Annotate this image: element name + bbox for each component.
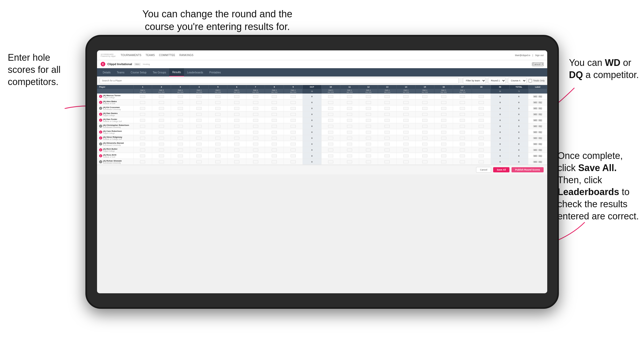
score-cell[interactable] bbox=[209, 141, 227, 147]
score-cell[interactable] bbox=[359, 111, 378, 117]
score-cell[interactable] bbox=[359, 123, 378, 129]
score-cell[interactable] bbox=[190, 159, 209, 165]
score-cell[interactable] bbox=[227, 129, 246, 135]
score-cell[interactable] bbox=[246, 123, 265, 129]
score-cell[interactable] bbox=[246, 135, 265, 141]
score-cell[interactable] bbox=[453, 123, 472, 129]
score-cell[interactable] bbox=[434, 99, 453, 105]
score-cell[interactable] bbox=[416, 105, 434, 111]
score-cell[interactable] bbox=[472, 117, 491, 123]
score-cell[interactable] bbox=[152, 99, 171, 105]
score-cell[interactable] bbox=[340, 147, 359, 153]
score-cell[interactable] bbox=[416, 94, 434, 99]
save-all-button[interactable]: Save All bbox=[493, 167, 509, 172]
score-cell[interactable] bbox=[265, 111, 284, 117]
score-cell[interactable] bbox=[133, 135, 152, 141]
score-cell[interactable] bbox=[378, 147, 397, 153]
score-cell[interactable] bbox=[133, 94, 152, 99]
score-cell[interactable] bbox=[321, 111, 340, 117]
wd-button[interactable]: WD bbox=[533, 119, 538, 121]
score-cell[interactable] bbox=[265, 141, 284, 147]
score-cell[interactable] bbox=[133, 159, 152, 165]
score-cell[interactable] bbox=[227, 99, 246, 105]
score-cell[interactable] bbox=[359, 153, 378, 159]
tab-leaderboards[interactable]: Leaderboards bbox=[184, 68, 206, 76]
score-cell[interactable] bbox=[190, 153, 209, 159]
score-cell[interactable] bbox=[472, 141, 491, 147]
score-cell[interactable] bbox=[171, 147, 190, 153]
score-cell[interactable] bbox=[416, 123, 434, 129]
score-cell[interactable] bbox=[133, 111, 152, 117]
wd-button[interactable]: WD bbox=[533, 131, 538, 133]
score-cell[interactable] bbox=[284, 117, 303, 123]
score-cell[interactable] bbox=[227, 159, 246, 165]
score-cell[interactable] bbox=[246, 153, 265, 159]
score-cell[interactable] bbox=[209, 153, 227, 159]
wd-button[interactable]: WD bbox=[533, 113, 538, 116]
score-cell[interactable] bbox=[453, 141, 472, 147]
score-cell[interactable] bbox=[152, 135, 171, 141]
score-cell[interactable] bbox=[265, 99, 284, 105]
score-cell[interactable] bbox=[321, 141, 340, 147]
score-cell[interactable] bbox=[359, 129, 378, 135]
score-cell[interactable] bbox=[378, 123, 397, 129]
score-cell[interactable] bbox=[209, 129, 227, 135]
score-cell[interactable] bbox=[190, 129, 209, 135]
score-cell[interactable] bbox=[227, 135, 246, 141]
score-cell[interactable] bbox=[284, 159, 303, 165]
score-cell[interactable] bbox=[190, 117, 209, 123]
nav-committee[interactable]: COMMITTEE bbox=[159, 54, 175, 57]
score-cell[interactable] bbox=[321, 153, 340, 159]
score-cell[interactable] bbox=[265, 123, 284, 129]
score-cell[interactable] bbox=[265, 159, 284, 165]
score-cell[interactable] bbox=[378, 159, 397, 165]
score-cell[interactable] bbox=[397, 117, 416, 123]
wd-button[interactable]: WD bbox=[533, 107, 538, 110]
score-cell[interactable] bbox=[190, 105, 209, 111]
score-cell[interactable] bbox=[340, 117, 359, 123]
score-cell[interactable] bbox=[416, 117, 434, 123]
score-cell[interactable] bbox=[434, 129, 453, 135]
score-cell[interactable] bbox=[359, 94, 378, 99]
cancel-action-button[interactable]: Cancel bbox=[476, 167, 491, 173]
score-cell[interactable] bbox=[416, 99, 434, 105]
score-cell[interactable] bbox=[472, 147, 491, 153]
score-cell[interactable] bbox=[434, 159, 453, 165]
score-cell[interactable] bbox=[321, 135, 340, 141]
score-cell[interactable] bbox=[265, 129, 284, 135]
wd-button[interactable]: WD bbox=[533, 161, 538, 163]
score-cell[interactable] bbox=[416, 147, 434, 153]
score-cell[interactable] bbox=[378, 99, 397, 105]
score-cell[interactable] bbox=[321, 117, 340, 123]
score-cell[interactable] bbox=[340, 105, 359, 111]
score-cell[interactable] bbox=[227, 147, 246, 153]
score-cell[interactable] bbox=[265, 117, 284, 123]
score-cell[interactable] bbox=[378, 111, 397, 117]
score-cell[interactable] bbox=[284, 123, 303, 129]
wd-button[interactable]: WD bbox=[533, 143, 538, 145]
score-cell[interactable] bbox=[227, 141, 246, 147]
score-cell[interactable] bbox=[246, 99, 265, 105]
score-cell[interactable] bbox=[340, 141, 359, 147]
score-cell[interactable] bbox=[434, 147, 453, 153]
score-cell[interactable] bbox=[453, 99, 472, 105]
dq-button[interactable]: DQ bbox=[538, 137, 543, 139]
score-cell[interactable] bbox=[397, 94, 416, 99]
score-cell[interactable] bbox=[453, 153, 472, 159]
score-cell[interactable] bbox=[190, 147, 209, 153]
score-cell[interactable] bbox=[397, 105, 416, 111]
filter-team-select[interactable]: Filter by team bbox=[463, 78, 486, 83]
score-cell[interactable] bbox=[359, 105, 378, 111]
score-cell[interactable] bbox=[453, 147, 472, 153]
score-cell[interactable] bbox=[340, 123, 359, 129]
score-cell[interactable] bbox=[284, 147, 303, 153]
score-cell[interactable] bbox=[321, 129, 340, 135]
score-cell[interactable] bbox=[209, 123, 227, 129]
score-cell[interactable] bbox=[284, 141, 303, 147]
score-cell[interactable] bbox=[152, 153, 171, 159]
dq-button[interactable]: DQ bbox=[538, 131, 543, 133]
score-cell[interactable] bbox=[472, 135, 491, 141]
score-cell[interactable] bbox=[209, 135, 227, 141]
sign-out-link[interactable]: Sign out bbox=[535, 54, 544, 57]
score-cell[interactable] bbox=[284, 129, 303, 135]
